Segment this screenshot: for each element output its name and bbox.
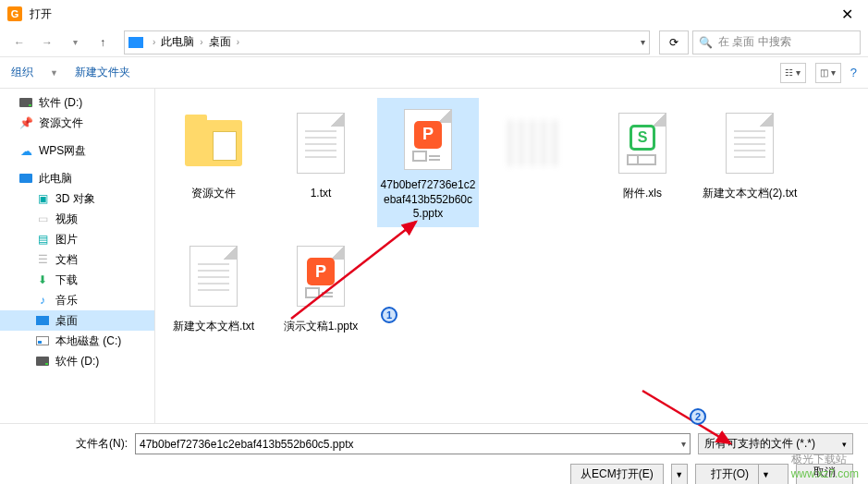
folder-icon	[180, 103, 247, 183]
breadcrumb[interactable]: › 此电脑 › 桌面 › ▾	[124, 30, 650, 54]
breadcrumb-root[interactable]: 此电脑	[161, 34, 194, 50]
chevron-down-icon[interactable]: ▼	[50, 68, 58, 78]
chevron-down-icon[interactable]: ▾	[641, 37, 645, 47]
sidebar-item-label: 软件 (D:)	[39, 95, 82, 111]
picture-icon: ▤	[35, 233, 50, 246]
refresh-button[interactable]: ⟳	[659, 30, 689, 54]
file-item[interactable]: P演示文稿1.pptx	[270, 231, 372, 360]
pc-icon	[18, 172, 33, 185]
file-item[interactable]: 1.txt	[270, 98, 372, 227]
sidebar-item[interactable]: ⬇下载	[0, 270, 154, 290]
chevron-down-icon: ▾	[842, 440, 847, 449]
3d-icon: ▣	[35, 192, 50, 205]
file-item[interactable]: P47b0bef72736e1c2ebaf413b552b60c5.pptx	[377, 98, 479, 227]
sidebar-item[interactable]: ▣3D 对象	[0, 188, 154, 209]
sidebar-item-label: 3D 对象	[55, 191, 95, 207]
sidebar-item-label: 本地磁盘 (C:)	[55, 333, 121, 349]
close-icon[interactable]: ✕	[834, 6, 861, 23]
file-item[interactable]: 新建文本文档(2).txt	[699, 98, 801, 227]
app-icon: G	[7, 6, 22, 21]
sidebar-item[interactable]: 软件 (D:)	[0, 92, 154, 113]
new-folder-button[interactable]: 新建文件夹	[75, 65, 130, 80]
cancel-button[interactable]: 取消	[796, 464, 853, 484]
sidebar-item[interactable]: ☰文档	[0, 249, 154, 270]
toolbar: 组织 ▼ 新建文件夹 ☷ ▾ ◫ ▾ ?	[0, 57, 868, 89]
up-button[interactable]: ↑	[91, 30, 115, 54]
txt-icon	[716, 103, 783, 183]
chevron-right-icon: ›	[237, 37, 239, 47]
file-item[interactable]	[484, 98, 586, 227]
sidebar-item-label: 资源文件	[39, 115, 83, 131]
file-label: 1.txt	[311, 187, 332, 201]
doc-icon: ☰	[35, 253, 50, 266]
location-icon	[128, 37, 143, 48]
sidebar-item-label: 软件 (D:)	[55, 354, 99, 369]
pin-icon: 📌	[18, 116, 33, 129]
file-list: 资源文件1.txtP47b0bef72736e1c2ebaf413b552b60…	[155, 89, 868, 423]
sidebar-item-label: 音乐	[55, 293, 78, 309]
drive-icon	[18, 96, 33, 109]
sidebar: 软件 (D:)📌资源文件☁WPS网盘此电脑▣3D 对象▭视频▤图片☰文档⬇下载♪…	[0, 89, 155, 423]
ecm-open-button[interactable]: 从ECM打开(E)	[570, 464, 664, 484]
filetype-dropdown[interactable]: 所有可支持的文件 (*.*) ▾	[698, 433, 853, 454]
chevron-down-icon[interactable]: ▾	[681, 439, 686, 449]
sidebar-item-label: 文档	[55, 252, 78, 268]
search-placeholder: 在 桌面 中搜索	[718, 34, 791, 50]
drive-icon	[35, 355, 50, 368]
forward-button: →	[35, 30, 59, 54]
file-item[interactable]: 资源文件	[163, 98, 264, 227]
view-mode-button[interactable]: ☷ ▾	[780, 63, 806, 83]
chevron-right-icon: ›	[200, 37, 202, 47]
search-icon: 🔍	[699, 36, 713, 49]
file-item[interactable]: S附件.xls	[592, 98, 693, 227]
desktop-icon	[35, 314, 50, 327]
open-dropdown-icon[interactable]: ▼	[758, 465, 773, 484]
search-input[interactable]: 🔍 在 桌面 中搜索	[692, 30, 861, 54]
music-icon: ♪	[35, 294, 50, 307]
sidebar-item[interactable]: ▤图片	[0, 229, 154, 249]
sidebar-item-label: 视频	[55, 212, 78, 227]
recent-dropdown-icon[interactable]: ▾	[63, 30, 87, 54]
open-button[interactable]: 打开(O) ▼	[695, 464, 789, 484]
download-icon: ⬇	[35, 273, 50, 286]
txt-icon	[287, 103, 354, 183]
file-item[interactable]: 新建文本文档.txt	[163, 231, 264, 360]
pptx-icon: P	[395, 103, 461, 175]
sidebar-item-label: 桌面	[55, 313, 78, 329]
back-button[interactable]: ←	[7, 30, 31, 54]
video-icon: ▭	[35, 212, 50, 225]
sidebar-item[interactable]: ☁WPS网盘	[0, 140, 154, 161]
cloud-icon: ☁	[18, 144, 33, 157]
sidebar-item[interactable]: 📌资源文件	[0, 113, 154, 133]
sidebar-item[interactable]: ▭视频	[0, 209, 154, 229]
window-title: 打开	[30, 6, 52, 22]
filename-input[interactable]: 47b0bef72736e1c2ebaf413b552b60c5.pptx ▾	[135, 433, 691, 454]
file-label: 新建文本文档.txt	[173, 320, 254, 334]
txt-icon	[180, 236, 247, 316]
sidebar-item[interactable]: ♪音乐	[0, 290, 154, 310]
sidebar-item[interactable]: 此电脑	[0, 168, 154, 188]
pptx-icon: P	[287, 236, 354, 316]
localc-icon	[35, 334, 50, 347]
xls-icon: S	[609, 103, 676, 183]
breadcrumb-current[interactable]: 桌面	[209, 34, 231, 50]
sidebar-item-label: WPS网盘	[39, 143, 86, 159]
ecm-dropdown-icon[interactable]: ▼	[671, 464, 688, 484]
filename-value: 47b0bef72736e1c2ebaf413b552b60c5.pptx	[140, 438, 354, 451]
sidebar-item[interactable]: 本地磁盘 (C:)	[0, 331, 154, 351]
file-label: 附件.xls	[623, 187, 662, 201]
sidebar-item-label: 下载	[55, 272, 78, 288]
file-label: 资源文件	[191, 187, 236, 201]
filetype-value: 所有可支持的文件 (*.*)	[704, 436, 815, 452]
file-label: 47b0bef72736e1c2ebaf413b552b60c5.pptx	[379, 178, 477, 222]
open-label: 打开(O)	[711, 466, 749, 482]
sidebar-item[interactable]: 软件 (D:)	[0, 351, 154, 371]
preview-pane-button[interactable]: ◫ ▾	[815, 63, 841, 83]
sidebar-item-label: 此电脑	[39, 171, 72, 187]
chevron-right-icon: ›	[153, 37, 155, 47]
navbar: ← → ▾ ↑ › 此电脑 › 桌面 › ▾ ⟳ 🔍 在 桌面 中搜索	[0, 28, 868, 57]
sidebar-item[interactable]: 桌面	[0, 310, 154, 331]
organize-button[interactable]: 组织	[11, 65, 33, 80]
help-button[interactable]: ?	[850, 66, 857, 79]
sidebar-item-label: 图片	[55, 232, 78, 248]
